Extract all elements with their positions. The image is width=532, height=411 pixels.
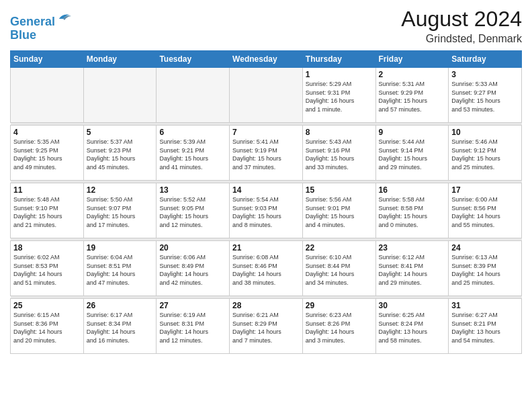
day-cell: 4Sunrise: 5:35 AM Sunset: 9:25 PM Daylig… (11, 126, 84, 181)
day-number: 31 (451, 301, 519, 310)
day-info: Sunrise: 6:00 AM Sunset: 8:56 PM Dayligh… (451, 195, 519, 229)
day-cell: 31Sunrise: 6:27 AM Sunset: 8:21 PM Dayli… (449, 299, 522, 354)
day-cell: 26Sunrise: 6:17 AM Sunset: 8:34 PM Dayli… (83, 299, 157, 354)
day-info: Sunrise: 6:13 AM Sunset: 8:39 PM Dayligh… (451, 253, 519, 287)
day-number: 26 (87, 301, 154, 310)
day-number: 14 (232, 185, 300, 195)
day-cell: 6Sunrise: 5:39 AM Sunset: 9:21 PM Daylig… (157, 126, 230, 181)
logo-text: General (10, 9, 73, 29)
th-tuesday: Tuesday (157, 51, 230, 68)
day-cell: 13Sunrise: 5:52 AM Sunset: 9:05 PM Dayli… (157, 183, 230, 238)
day-info: Sunrise: 5:35 AM Sunset: 9:25 PM Dayligh… (13, 138, 81, 171)
day-info: Sunrise: 5:56 AM Sunset: 9:01 PM Dayligh… (306, 195, 373, 229)
week-row-2: 4Sunrise: 5:35 AM Sunset: 9:25 PM Daylig… (11, 126, 522, 181)
logo-blue: Blue (10, 29, 73, 42)
title-block: August 2024 Grindsted, Denmark (401, 7, 522, 45)
day-cell: 10Sunrise: 5:46 AM Sunset: 9:12 PM Dayli… (449, 126, 522, 181)
header-row: Sunday Monday Tuesday Wednesday Thursday… (11, 51, 522, 68)
day-number: 6 (159, 128, 226, 137)
day-info: Sunrise: 5:31 AM Sunset: 9:29 PM Dayligh… (379, 80, 446, 113)
day-number: 11 (13, 185, 81, 195)
day-cell: 5Sunrise: 5:37 AM Sunset: 9:23 PM Daylig… (83, 126, 157, 181)
page: General Blue August 2024 Grindsted, Denm… (0, 0, 532, 411)
week-row-4: 18Sunrise: 6:02 AM Sunset: 8:53 PM Dayli… (11, 241, 522, 296)
day-cell: 9Sunrise: 5:44 AM Sunset: 9:14 PM Daylig… (375, 126, 449, 181)
day-cell: 30Sunrise: 6:25 AM Sunset: 8:24 PM Dayli… (375, 299, 449, 354)
day-info: Sunrise: 5:46 AM Sunset: 9:12 PM Dayligh… (451, 138, 519, 171)
day-cell: 20Sunrise: 6:06 AM Sunset: 8:49 PM Dayli… (157, 241, 230, 296)
day-number: 25 (13, 301, 81, 310)
day-number: 29 (306, 301, 373, 310)
day-info: Sunrise: 6:21 AM Sunset: 8:29 PM Dayligh… (232, 311, 300, 345)
day-cell: 11Sunrise: 5:48 AM Sunset: 9:10 PM Dayli… (11, 183, 84, 238)
day-cell: 21Sunrise: 6:08 AM Sunset: 8:46 PM Dayli… (230, 241, 303, 296)
th-friday: Friday (375, 51, 449, 68)
day-info: Sunrise: 5:58 AM Sunset: 8:58 PM Dayligh… (379, 195, 446, 229)
day-cell: 19Sunrise: 6:04 AM Sunset: 8:51 PM Dayli… (83, 241, 157, 296)
day-number: 15 (306, 185, 373, 195)
day-number: 17 (451, 185, 519, 195)
day-number: 1 (306, 70, 373, 79)
day-info: Sunrise: 6:25 AM Sunset: 8:24 PM Dayligh… (379, 311, 446, 345)
week-row-5: 25Sunrise: 6:15 AM Sunset: 8:36 PM Dayli… (11, 299, 522, 354)
day-cell: 1Sunrise: 5:29 AM Sunset: 9:31 PM Daylig… (302, 68, 375, 123)
week-row-3: 11Sunrise: 5:48 AM Sunset: 9:10 PM Dayli… (11, 183, 522, 238)
day-info: Sunrise: 5:50 AM Sunset: 9:07 PM Dayligh… (87, 195, 154, 229)
header: General Blue August 2024 Grindsted, Denm… (10, 7, 522, 45)
day-cell: 3Sunrise: 5:33 AM Sunset: 9:27 PM Daylig… (449, 68, 522, 123)
day-number: 4 (13, 128, 81, 137)
day-info: Sunrise: 6:06 AM Sunset: 8:49 PM Dayligh… (159, 253, 226, 287)
location: Grindsted, Denmark (401, 33, 522, 45)
day-cell: 22Sunrise: 6:10 AM Sunset: 8:44 PM Dayli… (302, 241, 375, 296)
day-info: Sunrise: 6:08 AM Sunset: 8:46 PM Dayligh… (232, 253, 300, 287)
day-number: 27 (159, 301, 226, 310)
day-cell: 25Sunrise: 6:15 AM Sunset: 8:36 PM Dayli… (11, 299, 84, 354)
day-info: Sunrise: 5:37 AM Sunset: 9:23 PM Dayligh… (87, 138, 154, 171)
th-wednesday: Wednesday (230, 51, 303, 68)
day-number: 20 (159, 243, 226, 253)
day-info: Sunrise: 6:02 AM Sunset: 8:53 PM Dayligh… (13, 253, 81, 287)
day-cell: 15Sunrise: 5:56 AM Sunset: 9:01 PM Dayli… (302, 183, 375, 238)
day-info: Sunrise: 6:10 AM Sunset: 8:44 PM Dayligh… (306, 253, 373, 287)
day-number: 10 (451, 128, 519, 137)
day-cell (83, 68, 157, 123)
day-cell: 18Sunrise: 6:02 AM Sunset: 8:53 PM Dayli… (11, 241, 84, 296)
day-number: 5 (87, 128, 154, 137)
day-number: 23 (379, 243, 446, 253)
day-info: Sunrise: 6:19 AM Sunset: 8:31 PM Dayligh… (159, 311, 226, 345)
day-info: Sunrise: 5:48 AM Sunset: 9:10 PM Dayligh… (13, 195, 81, 229)
day-number: 21 (232, 243, 300, 253)
day-cell: 8Sunrise: 5:43 AM Sunset: 9:16 PM Daylig… (302, 126, 375, 181)
th-monday: Monday (83, 51, 157, 68)
day-info: Sunrise: 6:17 AM Sunset: 8:34 PM Dayligh… (87, 311, 154, 345)
day-cell: 12Sunrise: 5:50 AM Sunset: 9:07 PM Dayli… (83, 183, 157, 238)
day-number: 13 (159, 185, 226, 195)
day-cell: 23Sunrise: 6:12 AM Sunset: 8:41 PM Dayli… (375, 241, 449, 296)
th-saturday: Saturday (449, 51, 522, 68)
day-info: Sunrise: 5:44 AM Sunset: 9:14 PM Dayligh… (379, 138, 446, 171)
day-cell: 27Sunrise: 6:19 AM Sunset: 8:31 PM Dayli… (157, 299, 230, 354)
day-number: 12 (87, 185, 154, 195)
day-cell: 29Sunrise: 6:23 AM Sunset: 8:26 PM Dayli… (302, 299, 375, 354)
day-cell: 28Sunrise: 6:21 AM Sunset: 8:29 PM Dayli… (230, 299, 303, 354)
day-number: 16 (379, 185, 446, 195)
day-info: Sunrise: 5:43 AM Sunset: 9:16 PM Dayligh… (306, 138, 373, 171)
day-info: Sunrise: 5:52 AM Sunset: 9:05 PM Dayligh… (159, 195, 226, 229)
day-number: 2 (379, 70, 446, 79)
day-number: 7 (232, 128, 300, 137)
day-cell (157, 68, 230, 123)
day-cell: 17Sunrise: 6:00 AM Sunset: 8:56 PM Dayli… (449, 183, 522, 238)
day-info: Sunrise: 5:29 AM Sunset: 9:31 PM Dayligh… (306, 80, 373, 113)
logo-bird-icon (56, 9, 73, 26)
day-info: Sunrise: 6:27 AM Sunset: 8:21 PM Dayligh… (451, 311, 519, 345)
day-info: Sunrise: 6:04 AM Sunset: 8:51 PM Dayligh… (87, 253, 154, 287)
day-cell: 24Sunrise: 6:13 AM Sunset: 8:39 PM Dayli… (449, 241, 522, 296)
calendar: Sunday Monday Tuesday Wednesday Thursday… (10, 50, 522, 354)
day-number: 3 (451, 70, 519, 79)
day-cell: 2Sunrise: 5:31 AM Sunset: 9:29 PM Daylig… (375, 68, 449, 123)
day-number: 28 (232, 301, 300, 310)
th-thursday: Thursday (302, 51, 375, 68)
day-cell: 14Sunrise: 5:54 AM Sunset: 9:03 PM Dayli… (230, 183, 303, 238)
day-cell (11, 68, 84, 123)
day-cell: 7Sunrise: 5:41 AM Sunset: 9:19 PM Daylig… (230, 126, 303, 181)
